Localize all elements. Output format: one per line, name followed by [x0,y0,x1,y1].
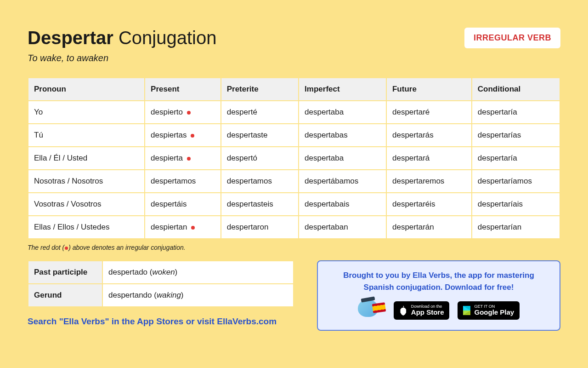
conjugation-cell: despertaríais [472,193,560,215]
conjugation-cell: despertaron [221,216,298,238]
table-row: Vosotras / Vosotrosdespertáisdespertaste… [28,193,560,215]
conjugation-cell: despertasteis [221,193,298,215]
conjugation-cell: Vosotras / Vosotros [28,193,144,215]
conjugation-table: PronounPresentPreteriteImperfectFutureCo… [28,77,560,239]
conjugation-cell: despertarás [387,124,471,146]
past-participle-label: Past participle [28,261,102,283]
table-row: Yodespierto despertédespertabadespertaré… [28,101,560,123]
past-participle-value: despertado (woken) [103,261,293,283]
google-play-icon [463,306,470,315]
apple-icon [399,305,407,316]
red-dot-icon [187,157,191,161]
page-title: Despertar Conjugation [28,28,216,48]
promo-text: Brought to you by Ella Verbs, the app fo… [329,270,548,293]
google-play-button[interactable]: GET IT ON Google Play [458,301,520,320]
title-suffix: Conjugation [119,28,217,48]
conjugation-cell: despertaste [221,124,298,146]
conjugation-cell: despertaba [299,101,386,123]
footnote: The red dot () above denotes an irregula… [28,244,560,251]
conjugation-cell: despertábamos [299,170,386,192]
conjugation-cell: Ella / Él / Usted [28,147,144,169]
column-header: Imperfect [299,78,386,100]
conjugation-cell: Ellas / Ellos / Ustedes [28,216,144,238]
table-row: Ella / Él / Usteddespierta despertódespe… [28,147,560,169]
conjugation-cell: despertará [387,147,471,169]
table-row: Túdespiertas despertastedespertabasdespe… [28,124,560,146]
promo-box: Brought to you by Ella Verbs, the app fo… [317,260,560,331]
conjugation-cell: despertáis [145,193,220,215]
conjugation-cell: despertarán [387,216,471,238]
conjugation-cell: Yo [28,101,144,123]
conjugation-cell: despertaré [387,101,471,123]
red-dot-icon [191,134,194,138]
irregular-badge: IRREGULAR VERB [464,28,560,48]
app-store-button[interactable]: Download on the App Store [394,301,450,320]
gerund-value: despertando (waking) [103,284,293,306]
conjugation-cell: despiertan [145,216,220,238]
conjugation-cell: despertamos [221,170,298,192]
conjugation-cell: Nosotras / Nosotros [28,170,144,192]
column-header: Pronoun [28,78,144,100]
gerund-label: Gerund [28,284,102,306]
conjugation-cell: despertarías [472,124,560,146]
conjugation-cell: despertaréis [387,193,471,215]
conjugation-cell: despertamos [145,170,220,192]
conjugation-cell: despertaba [299,147,386,169]
column-header: Preterite [221,78,298,100]
conjugation-cell: desperté [221,101,298,123]
red-dot-icon [191,226,195,230]
verb-name: Despertar [28,28,113,48]
conjugation-cell: despertabais [299,193,386,215]
column-header: Present [145,78,220,100]
search-instruction: Search "Ella Verbs" in the App Stores or… [28,316,294,327]
conjugation-cell: despertaría [472,147,560,169]
conjugation-cell: despertaríamos [472,170,560,192]
conjugation-cell: despertabas [299,124,386,146]
verb-translation: To wake, to awaken [28,53,216,63]
column-header: Conditional [472,78,560,100]
table-row: Ellas / Ellos / Ustedesdespiertan desper… [28,216,560,238]
column-header: Future [387,78,471,100]
red-dot-icon [187,111,191,115]
conjugation-cell: despertaremos [387,170,471,192]
table-row: Nosotras / Nosotrosdespertamosdespertamo… [28,170,560,192]
conjugation-cell: despiertas [145,124,220,146]
conjugation-cell: despertaban [299,216,386,238]
conjugation-cell: despierto [145,101,220,123]
conjugation-cell: despertó [221,147,298,169]
conjugation-cell: despertarían [472,216,560,238]
conjugation-cell: Tú [28,124,144,146]
conjugation-cell: despierta [145,147,220,169]
red-dot-icon [65,247,68,250]
conjugation-cell: despertaría [472,101,560,123]
forms-table: Past participle despertado (woken) Gerun… [28,260,294,307]
mascot-icon [358,299,385,322]
